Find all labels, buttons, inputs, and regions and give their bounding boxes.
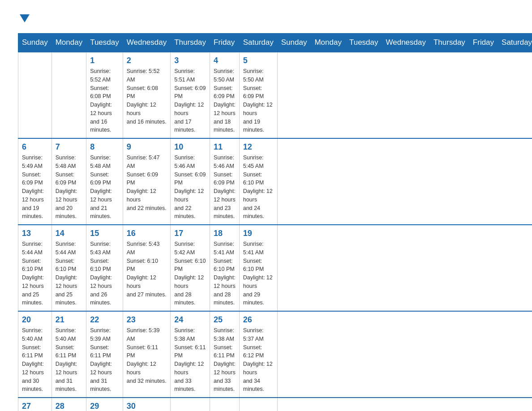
day-number: 13 xyxy=(22,229,48,238)
calendar-day-cell xyxy=(239,398,277,411)
calendar-day-cell xyxy=(51,52,86,138)
day-of-week-header: Friday xyxy=(210,34,240,52)
day-of-week-header: Tuesday xyxy=(86,34,123,52)
day-of-week-header: Sunday xyxy=(18,34,52,52)
day-info: Sunrise: 5:38 AM Sunset: 6:11 PM Dayligh… xyxy=(174,326,206,394)
day-info: Sunrise: 5:51 AM Sunset: 6:09 PM Dayligh… xyxy=(174,67,206,134)
day-of-week-header: Tuesday xyxy=(345,34,382,52)
day-number: 9 xyxy=(127,142,167,152)
day-info: Sunrise: 5:50 AM Sunset: 6:09 PM Dayligh… xyxy=(214,67,236,134)
day-info: Sunrise: 5:43 AM Sunset: 6:10 PM Dayligh… xyxy=(127,240,167,299)
day-number: 30 xyxy=(127,402,167,411)
calendar-day-cell: 24Sunrise: 5:38 AM Sunset: 6:11 PM Dayli… xyxy=(171,311,210,398)
calendar-day-cell: 6Sunrise: 5:49 AM Sunset: 6:09 PM Daylig… xyxy=(18,138,52,225)
svg-marker-0 xyxy=(20,14,30,22)
calendar-day-cell: 11Sunrise: 5:46 AM Sunset: 6:09 PM Dayli… xyxy=(210,138,240,225)
day-number: 15 xyxy=(90,229,119,238)
calendar-day-cell: 3Sunrise: 5:51 AM Sunset: 6:09 PM Daylig… xyxy=(171,52,210,138)
day-info: Sunrise: 5:48 AM Sunset: 6:09 PM Dayligh… xyxy=(56,154,82,221)
day-of-week-header: Thursday xyxy=(429,34,469,52)
calendar-day-cell: 29Sunrise: 5:36 AM Sunset: 6:12 PM Dayli… xyxy=(86,398,123,411)
day-info: Sunrise: 5:46 AM Sunset: 6:09 PM Dayligh… xyxy=(174,154,206,221)
calendar-day-cell xyxy=(171,398,210,411)
day-info: Sunrise: 5:39 AM Sunset: 6:11 PM Dayligh… xyxy=(90,326,119,394)
day-info: Sunrise: 5:46 AM Sunset: 6:09 PM Dayligh… xyxy=(214,154,236,221)
calendar-header-row: SundayMondayTuesdayWednesdayThursdayFrid… xyxy=(18,34,532,52)
logo-triangle-icon xyxy=(20,14,30,22)
day-number: 14 xyxy=(56,229,82,238)
day-info: Sunrise: 5:50 AM Sunset: 6:09 PM Dayligh… xyxy=(243,67,274,134)
calendar-day-cell: 20Sunrise: 5:40 AM Sunset: 6:11 PM Dayli… xyxy=(18,311,52,398)
calendar-day-cell: 19Sunrise: 5:41 AM Sunset: 6:10 PM Dayli… xyxy=(239,225,277,311)
day-number: 20 xyxy=(22,315,48,325)
calendar-day-cell: 16Sunrise: 5:43 AM Sunset: 6:10 PM Dayli… xyxy=(123,225,170,311)
calendar-day-cell: 30Sunrise: 5:35 AM Sunset: 6:12 PM Dayli… xyxy=(123,398,170,411)
day-number: 25 xyxy=(214,315,236,325)
day-number: 21 xyxy=(56,315,82,325)
calendar-day-cell: 9Sunrise: 5:47 AM Sunset: 6:09 PM Daylig… xyxy=(123,138,170,225)
day-info: Sunrise: 5:47 AM Sunset: 6:09 PM Dayligh… xyxy=(127,154,167,212)
day-number: 11 xyxy=(214,142,236,152)
calendar-day-cell: 13Sunrise: 5:44 AM Sunset: 6:10 PM Dayli… xyxy=(18,225,52,311)
day-number: 2 xyxy=(127,56,167,65)
day-info: Sunrise: 5:52 AM Sunset: 6:08 PM Dayligh… xyxy=(90,67,119,134)
day-info: Sunrise: 5:48 AM Sunset: 6:09 PM Dayligh… xyxy=(90,154,119,221)
calendar-day-cell: 7Sunrise: 5:48 AM Sunset: 6:09 PM Daylig… xyxy=(51,138,86,225)
calendar-day-cell: 17Sunrise: 5:42 AM Sunset: 6:10 PM Dayli… xyxy=(171,225,210,311)
calendar-day-cell: 23Sunrise: 5:39 AM Sunset: 6:11 PM Dayli… xyxy=(123,311,170,398)
day-of-week-header: Wednesday xyxy=(382,34,429,52)
calendar-day-cell: 26Sunrise: 5:37 AM Sunset: 6:12 PM Dayli… xyxy=(239,311,277,398)
day-number: 27 xyxy=(22,402,48,411)
day-number: 3 xyxy=(174,56,206,65)
day-info: Sunrise: 5:38 AM Sunset: 6:11 PM Dayligh… xyxy=(214,326,236,394)
day-of-week-header: Sunday xyxy=(277,34,311,52)
day-info: Sunrise: 5:40 AM Sunset: 6:11 PM Dayligh… xyxy=(56,326,82,394)
day-of-week-header: Saturday xyxy=(239,34,277,52)
day-number: 12 xyxy=(243,142,274,152)
day-of-week-header: Wednesday xyxy=(123,34,170,52)
day-number: 7 xyxy=(56,142,82,152)
day-of-week-header: Saturday xyxy=(498,34,532,52)
day-of-week-header: Monday xyxy=(311,34,345,52)
day-number: 26 xyxy=(243,315,274,325)
calendar-day-cell: 14Sunrise: 5:44 AM Sunset: 6:10 PM Dayli… xyxy=(51,225,86,311)
day-number: 8 xyxy=(90,142,119,152)
calendar-table: SundayMondayTuesdayWednesdayThursdayFrid… xyxy=(18,33,532,411)
day-number: 29 xyxy=(90,402,119,411)
day-info: Sunrise: 5:43 AM Sunset: 6:10 PM Dayligh… xyxy=(90,240,119,307)
day-of-week-header: Thursday xyxy=(171,34,210,52)
calendar-day-cell: 8Sunrise: 5:48 AM Sunset: 6:09 PM Daylig… xyxy=(86,138,123,225)
day-number: 19 xyxy=(243,229,274,238)
day-info: Sunrise: 5:45 AM Sunset: 6:10 PM Dayligh… xyxy=(243,154,274,221)
day-number: 24 xyxy=(174,315,206,325)
day-info: Sunrise: 5:41 AM Sunset: 6:10 PM Dayligh… xyxy=(214,240,236,307)
day-number: 5 xyxy=(243,56,274,65)
calendar-week-row: 27Sunrise: 5:36 AM Sunset: 6:12 PM Dayli… xyxy=(18,398,532,411)
calendar-day-cell: 22Sunrise: 5:39 AM Sunset: 6:11 PM Dayli… xyxy=(86,311,123,398)
day-info: Sunrise: 5:49 AM Sunset: 6:09 PM Dayligh… xyxy=(22,154,48,221)
calendar-day-cell: 21Sunrise: 5:40 AM Sunset: 6:11 PM Dayli… xyxy=(51,311,86,398)
calendar-day-cell: 27Sunrise: 5:36 AM Sunset: 6:12 PM Dayli… xyxy=(18,398,52,411)
logo xyxy=(18,13,30,24)
calendar-day-cell: 12Sunrise: 5:45 AM Sunset: 6:10 PM Dayli… xyxy=(239,138,277,225)
day-info: Sunrise: 5:42 AM Sunset: 6:10 PM Dayligh… xyxy=(174,240,206,307)
day-number: 10 xyxy=(174,142,206,152)
day-info: Sunrise: 5:40 AM Sunset: 6:11 PM Dayligh… xyxy=(22,326,48,394)
day-info: Sunrise: 5:37 AM Sunset: 6:12 PM Dayligh… xyxy=(243,326,274,394)
calendar-day-cell xyxy=(18,52,52,138)
day-number: 18 xyxy=(214,229,236,238)
calendar-day-cell: 1Sunrise: 5:52 AM Sunset: 6:08 PM Daylig… xyxy=(86,52,123,138)
calendar-week-row: 1Sunrise: 5:52 AM Sunset: 6:08 PM Daylig… xyxy=(18,52,532,138)
day-number: 28 xyxy=(56,402,82,411)
calendar-day-cell: 4Sunrise: 5:50 AM Sunset: 6:09 PM Daylig… xyxy=(210,52,240,138)
day-number: 1 xyxy=(90,56,119,65)
day-info: Sunrise: 5:52 AM Sunset: 6:08 PM Dayligh… xyxy=(127,67,167,126)
day-number: 4 xyxy=(214,56,236,65)
day-number: 22 xyxy=(90,315,119,325)
calendar-day-cell: 10Sunrise: 5:46 AM Sunset: 6:09 PM Dayli… xyxy=(171,138,210,225)
day-info: Sunrise: 5:41 AM Sunset: 6:10 PM Dayligh… xyxy=(243,240,274,307)
day-info: Sunrise: 5:44 AM Sunset: 6:10 PM Dayligh… xyxy=(22,240,48,307)
day-info: Sunrise: 5:44 AM Sunset: 6:10 PM Dayligh… xyxy=(56,240,82,307)
day-of-week-header: Friday xyxy=(469,34,498,52)
day-of-week-header: Monday xyxy=(51,34,86,52)
